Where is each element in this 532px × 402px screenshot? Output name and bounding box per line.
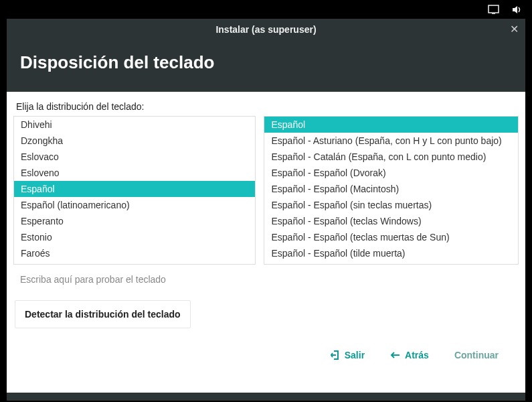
volume-icon[interactable] [511, 5, 523, 15]
list-item[interactable]: Esperanto [14, 213, 255, 229]
list-item[interactable]: Español - Asturiano (España, con H y L c… [264, 133, 518, 149]
exit-icon [330, 350, 341, 360]
back-button[interactable]: Atrás [390, 350, 429, 360]
list-item[interactable]: Español - Español (Macintosh) [264, 181, 518, 197]
footer-buttons: Salir Atrás Continuar [13, 334, 519, 367]
svg-rect-1 [492, 13, 495, 14]
list-item[interactable]: Español - Español (teclas muertas de Sun… [264, 229, 518, 245]
list-item[interactable]: Español - Español (teclas Windows) [264, 213, 518, 229]
page-title: Disposición del teclado [7, 40, 525, 92]
detect-layout-button[interactable]: Detectar la distribución del teclado [15, 300, 191, 328]
keyboard-test-input[interactable] [13, 265, 519, 295]
list-item[interactable]: Español (latinoamericano) [14, 197, 255, 213]
back-label: Atrás [405, 350, 429, 360]
bottom-bar [7, 393, 525, 401]
list-item[interactable]: Español - Español (tilde muerta) [264, 245, 518, 261]
list-item[interactable]: Esloveno [14, 165, 255, 181]
list-item[interactable]: Español [264, 117, 518, 133]
display-icon[interactable] [488, 5, 499, 15]
installer-window: Instalar (as superuser) ✕ Disposición de… [7, 19, 525, 393]
exit-button[interactable]: Salir [330, 350, 365, 360]
variant-listbox[interactable]: EspañolEspañol - Asturiano (España, con … [264, 116, 519, 265]
content-area: Elija la distribución del teclado: Dhive… [7, 92, 525, 393]
svg-rect-0 [489, 5, 499, 13]
language-listbox[interactable]: DhivehiDzongkhaEslovacoEslovenoEspañolEs… [13, 116, 256, 265]
continue-button[interactable]: Continuar [454, 350, 499, 360]
list-item[interactable]: Eslovaco [14, 149, 255, 165]
list-item[interactable]: Español - Catalán (España, con L con pun… [264, 149, 518, 165]
layout-prompt: Elija la distribución del teclado: [16, 101, 516, 112]
system-topbar [0, 0, 532, 19]
list-item[interactable]: Faroés [14, 245, 255, 261]
window-titlebar: Instalar (as superuser) ✕ [7, 19, 525, 40]
close-icon[interactable]: ✕ [510, 23, 519, 36]
list-item[interactable]: Español [14, 181, 255, 197]
list-item[interactable]: Español - Español (sin teclas muertas) [264, 197, 518, 213]
layout-lists: DhivehiDzongkhaEslovacoEslovenoEspañolEs… [13, 116, 519, 265]
list-item[interactable]: Estonio [14, 229, 255, 245]
arrow-left-icon [390, 351, 401, 359]
continue-label: Continuar [454, 350, 499, 360]
window-title: Instalar (as superuser) [215, 24, 316, 35]
exit-label: Salir [345, 350, 365, 360]
list-item[interactable]: Español - Español (Dvorak) [264, 165, 518, 181]
list-item[interactable]: Dhivehi [14, 117, 255, 133]
list-item[interactable]: Dzongkha [14, 133, 255, 149]
